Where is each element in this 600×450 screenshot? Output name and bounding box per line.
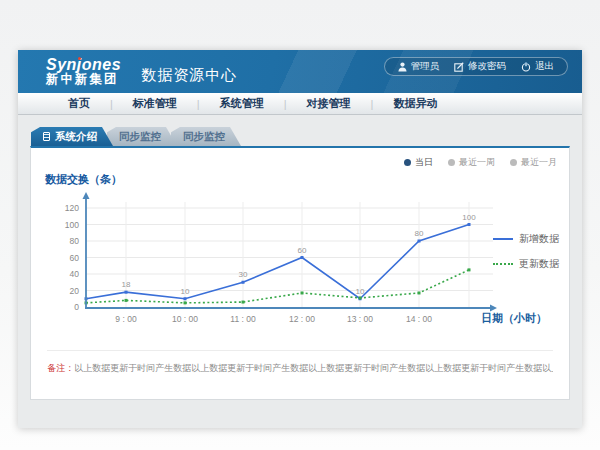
- document-icon: [43, 132, 50, 141]
- content-area: 系统介绍 同步监控 同步监控 当日 最近一周: [18, 115, 582, 400]
- svg-text:60: 60: [298, 246, 307, 255]
- legend-updated-data[interactable]: 更新数据: [493, 257, 559, 271]
- solid-line-icon: [493, 238, 513, 240]
- svg-text:11 : 00: 11 : 00: [230, 314, 256, 324]
- note-prefix: 备注：: [47, 363, 74, 373]
- brand-red-dot: [78, 57, 81, 60]
- y-axis-title: 数据交换（条）: [45, 172, 122, 187]
- radio-dot-icon: [510, 159, 517, 166]
- user-menu[interactable]: 管理员: [398, 60, 440, 73]
- filter-last-month[interactable]: 最近一月: [510, 156, 557, 169]
- svg-text:10: 10: [356, 287, 365, 296]
- brand-logo: Synjones 新中新集团: [46, 57, 121, 87]
- brand-name-cn: 新中新集团: [46, 73, 121, 86]
- user-name: 管理员: [411, 60, 440, 73]
- svg-text:12 : 00: 12 : 00: [289, 314, 315, 324]
- logout-button[interactable]: 退出: [521, 60, 554, 73]
- nav-item-home[interactable]: 首页: [48, 96, 110, 111]
- app-window: Synjones 新中新集团 数据资源中心 管理员: [18, 50, 582, 428]
- svg-text:100: 100: [65, 220, 79, 230]
- nav-item-system-mgmt[interactable]: 系统管理: [200, 96, 284, 111]
- filter-today[interactable]: 当日: [404, 156, 433, 169]
- user-toolbar: 管理员 修改密码 退出: [384, 57, 569, 76]
- screen: Synjones 新中新集团 数据资源中心 管理员: [0, 0, 600, 450]
- change-password-button[interactable]: 修改密码: [454, 60, 506, 73]
- tab-system-intro[interactable]: 系统介绍: [31, 127, 113, 146]
- edit-icon: [454, 62, 464, 72]
- svg-text:80: 80: [70, 236, 80, 246]
- line-chart: 日期（小时） 0204060801001209 : 0010 : 0011 : …: [31, 188, 571, 338]
- user-icon: [398, 62, 407, 72]
- svg-text:20: 20: [70, 286, 80, 296]
- svg-text:14 : 00: 14 : 00: [406, 314, 432, 324]
- dotted-line-icon: [493, 263, 513, 265]
- nav-item-standard-mgmt[interactable]: 标准管理: [113, 96, 197, 111]
- svg-text:120: 120: [65, 203, 79, 213]
- legend-new-data[interactable]: 新增数据: [493, 232, 559, 246]
- brand-name-en: Synjones: [46, 57, 121, 74]
- radio-dot-icon: [448, 159, 455, 166]
- svg-text:60: 60: [70, 253, 80, 263]
- nav-item-data-change[interactable]: 数据异动: [373, 96, 457, 111]
- footer-note: 备注：以上数据更新于时间产生数据以上数据更新于时间产生数据以上数据更新于时间产生…: [47, 350, 553, 375]
- app-header: Synjones 新中新集团 数据资源中心 管理员: [18, 50, 582, 93]
- svg-text:100: 100: [462, 213, 476, 222]
- svg-text:9 : 00: 9 : 00: [115, 314, 137, 324]
- svg-text:13 : 00: 13 : 00: [347, 314, 373, 324]
- tab-sync-monitor-2[interactable]: 同步监控: [171, 127, 241, 146]
- series-legend: 新增数据 更新数据: [493, 232, 559, 271]
- tab-sync-monitor-1[interactable]: 同步监控: [107, 127, 177, 146]
- tab-bar: 系统介绍 同步监控 同步监控: [31, 127, 582, 146]
- svg-text:40: 40: [70, 269, 80, 279]
- chart-panel: 当日 最近一周 最近一月 数据交换（条） 日期（小时） 020406080100…: [30, 146, 570, 400]
- main-nav: 首页 | 标准管理 | 系统管理 | 对接管理 | 数据异动: [18, 93, 582, 115]
- x-axis-title: 日期（小时）: [481, 312, 547, 325]
- svg-text:10: 10: [181, 287, 190, 296]
- page-title: 数据资源中心: [141, 66, 237, 85]
- svg-text:10 : 00: 10 : 00: [172, 314, 198, 324]
- nav-item-interface-mgmt[interactable]: 对接管理: [287, 96, 371, 111]
- time-range-filter: 当日 最近一周 最近一月: [404, 156, 557, 169]
- power-icon: [521, 62, 531, 72]
- svg-text:80: 80: [415, 229, 424, 238]
- filter-last-week[interactable]: 最近一周: [448, 156, 495, 169]
- svg-text:30: 30: [239, 270, 248, 279]
- svg-text:0: 0: [74, 302, 79, 312]
- svg-text:18: 18: [122, 280, 131, 289]
- note-text: 以上数据更新于时间产生数据以上数据更新于时间产生数据以上数据更新于时间产生数据以…: [74, 363, 553, 373]
- radio-dot-icon: [404, 159, 411, 166]
